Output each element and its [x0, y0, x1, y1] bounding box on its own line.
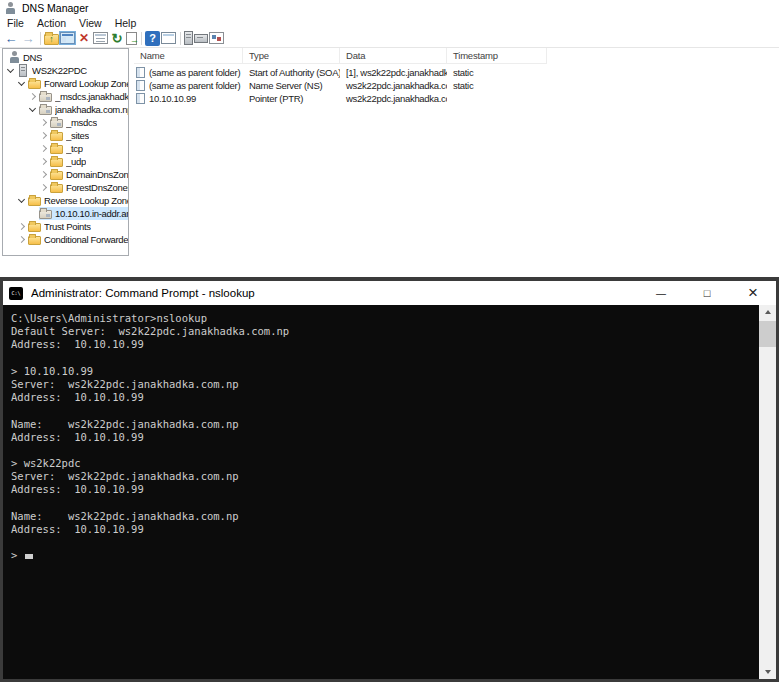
- help-icon[interactable]: ?: [145, 31, 160, 46]
- record-row[interactable]: 10.10.10.99Pointer (PTR)ws2k22pdc.janakh…: [134, 92, 547, 105]
- drive-icon[interactable]: [194, 34, 208, 43]
- tree-node: _tcp: [50, 142, 128, 155]
- column-header-name[interactable]: Name: [134, 48, 243, 64]
- terminal-line: C:\Users\Administrator>nslookup: [11, 312, 759, 325]
- tree-item-trust-points[interactable]: Trust Points: [3, 220, 128, 233]
- record-name: (same as parent folder): [149, 80, 240, 91]
- tree-label: 10.10.10.in-addr.arpa: [55, 208, 128, 219]
- scrollbar-thumb[interactable]: [759, 321, 776, 347]
- close-button[interactable]: ×: [730, 281, 776, 305]
- terminal-scrollbar[interactable]: [759, 305, 776, 679]
- record-row[interactable]: (same as parent folder)Name Server (NS)w…: [134, 79, 547, 92]
- tree-item-dns[interactable]: DNS: [3, 51, 128, 64]
- delete-icon-glyph: ✕: [79, 32, 89, 44]
- zone-icon: [39, 93, 52, 102]
- terminal-output: C:\Users\Administrator>nslookupDefault S…: [11, 312, 759, 563]
- tree-node: Reverse Lookup Zones: [28, 194, 128, 207]
- chevron-right-icon[interactable]: [40, 145, 48, 153]
- chevron-right-icon[interactable]: [40, 132, 48, 140]
- dnsroot-icon: [9, 51, 20, 64]
- maximize-button[interactable]: □: [684, 281, 730, 305]
- terminal-line: >: [11, 549, 759, 562]
- terminal-line: [11, 352, 759, 365]
- tree-item-janakhadka-com-np[interactable]: janakhadka.com.np: [3, 103, 128, 116]
- terminal-line: Address: 10.10.10.99: [11, 391, 759, 404]
- record-timestamp: static: [447, 80, 547, 91]
- tree-label: _msdcs.janakhadka.c: [55, 91, 128, 102]
- properties-icon[interactable]: [93, 32, 108, 44]
- terminal[interactable]: C:\Users\Administrator>nslookupDefault S…: [3, 305, 759, 679]
- export-list-icon[interactable]: →: [126, 32, 137, 45]
- filter-icon[interactable]: [209, 32, 224, 44]
- chevron-right-icon[interactable]: [40, 184, 48, 192]
- chevron-right-icon[interactable]: [18, 236, 26, 244]
- tree-item-forward-lookup-zones[interactable]: Forward Lookup Zones: [3, 77, 128, 90]
- tree-item-10-10-10-in-addr-arpa[interactable]: 10.10.10.in-addr.arpa: [3, 207, 128, 220]
- show-hide-console-tree-icon[interactable]: [60, 32, 75, 44]
- tree-item-ws2k22pdc[interactable]: WS2K22PDC: [3, 64, 128, 77]
- tree-item-msdcs[interactable]: _msdcs: [3, 116, 128, 129]
- chevron-right-icon[interactable]: [29, 93, 37, 101]
- chevron-right-icon[interactable]: [40, 158, 48, 166]
- tree-label: janakhadka.com.np: [55, 104, 128, 115]
- chevron-down-icon[interactable]: [18, 80, 26, 88]
- command-prompt-window: C:\ Administrator: Command Prompt - nslo…: [0, 277, 779, 682]
- tree-node: Forward Lookup Zones: [28, 77, 128, 90]
- tree-item-tcp[interactable]: _tcp: [3, 142, 128, 155]
- console-window-icon[interactable]: [161, 32, 176, 44]
- refresh-icon-glyph: ↻: [112, 32, 123, 45]
- dns-titlebar[interactable]: DNS Manager: [0, 0, 779, 16]
- scroll-up-icon[interactable]: [759, 305, 776, 319]
- terminal-line: [11, 536, 759, 549]
- record-row[interactable]: (same as parent folder)Start of Authorit…: [134, 66, 547, 79]
- tree-node: _sites: [50, 129, 128, 142]
- forward-icon[interactable]: →: [20, 30, 36, 46]
- chevron-down-icon[interactable]: [29, 106, 37, 114]
- column-header-timestamp[interactable]: Timestamp: [447, 48, 547, 64]
- records-list: (same as parent folder)Start of Authorit…: [134, 66, 547, 105]
- minimize-button[interactable]: —: [638, 281, 684, 305]
- menu-file[interactable]: File: [7, 17, 24, 29]
- toolbar-separator: [180, 32, 181, 45]
- up-one-level-icon[interactable]: ↑: [44, 34, 59, 45]
- chevron-down-icon[interactable]: [7, 67, 15, 75]
- terminal-line: > 10.10.10.99: [11, 365, 759, 378]
- folder-icon: [28, 80, 41, 89]
- tree-label: WS2K22PDC: [32, 65, 87, 76]
- back-icon[interactable]: ←: [3, 30, 19, 46]
- refresh-icon[interactable]: ↻: [109, 30, 125, 46]
- server-icon[interactable]: [184, 31, 193, 45]
- delete-icon[interactable]: ✕: [76, 30, 92, 46]
- tree-item-reverse-lookup-zones[interactable]: Reverse Lookup Zones: [3, 194, 128, 207]
- tree-item-domaindnszones[interactable]: DomainDnsZones: [3, 168, 128, 181]
- cmd-titlebar[interactable]: C:\ Administrator: Command Prompt - nslo…: [3, 281, 776, 305]
- folder-icon: [50, 132, 63, 141]
- tree-item-forestdnszones[interactable]: ForestDnsZones: [3, 181, 128, 194]
- chevron-right-icon[interactable]: [18, 223, 26, 231]
- cmd-window-title: Administrator: Command Prompt - nslookup: [31, 287, 638, 299]
- scroll-down-icon[interactable]: [759, 665, 776, 679]
- column-header-data[interactable]: Data: [340, 48, 447, 64]
- menu-action[interactable]: Action: [37, 17, 66, 29]
- tree-item-conditional-forwarders[interactable]: Conditional Forwarders: [3, 233, 128, 246]
- dns-manager-window: DNS Manager FileActionViewHelp ←→↑✕↻→? D…: [0, 0, 779, 258]
- chevron-down-icon[interactable]: [18, 197, 26, 205]
- record-data: ws2k22pdc.janakhadka.co...: [340, 93, 447, 104]
- tree-item-msdcs-janakhadka-c[interactable]: _msdcs.janakhadka.c: [3, 90, 128, 103]
- zone-icon: [50, 119, 63, 128]
- menu-bar: FileActionViewHelp: [0, 16, 136, 29]
- menu-view[interactable]: View: [79, 17, 102, 29]
- tree-item-sites[interactable]: _sites: [3, 129, 128, 142]
- dns-window-title: DNS Manager: [22, 2, 89, 14]
- tree-node: 10.10.10.in-addr.arpa: [39, 207, 128, 220]
- chevron-right-icon[interactable]: [40, 171, 48, 179]
- terminal-line: Server: ws2k22pdc.janakhadka.com.np: [11, 470, 759, 483]
- record-type: Name Server (NS): [243, 80, 340, 91]
- record-name-cell: 10.10.10.99: [134, 93, 243, 104]
- tree-item-udp[interactable]: _udp: [3, 155, 128, 168]
- tree-label: _sites: [66, 130, 89, 141]
- column-header-type[interactable]: Type: [243, 48, 340, 64]
- menu-help[interactable]: Help: [115, 17, 137, 29]
- chevron-right-icon[interactable]: [40, 119, 48, 127]
- record-data: ws2k22pdc.janakhadka.co...: [340, 80, 447, 91]
